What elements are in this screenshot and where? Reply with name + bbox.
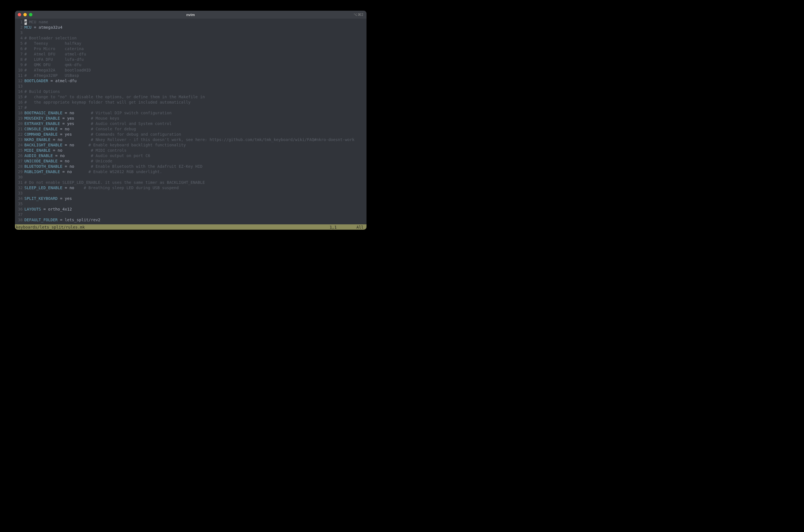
code-line[interactable]: # bbox=[24, 105, 366, 110]
line-number: 34 bbox=[15, 196, 23, 201]
line-number: 21 bbox=[15, 127, 23, 132]
line-number: 22 bbox=[15, 132, 23, 137]
line-number: 19 bbox=[15, 116, 23, 121]
line-number: 8 bbox=[15, 57, 23, 62]
code-line[interactable]: DEFAULT_FOLDER = lets_split/rev2 bbox=[24, 217, 366, 223]
line-number: 27 bbox=[15, 158, 23, 164]
code-line[interactable] bbox=[24, 191, 366, 196]
code-line[interactable]: EXTRAKEY_ENABLE = yes # Audio control an… bbox=[24, 121, 366, 127]
code-line[interactable]: NKRO_ENABLE = no # Nkey Rollover - if th… bbox=[24, 137, 366, 142]
code-line[interactable]: AUDIO_ENABLE = no # Audio output on port… bbox=[24, 153, 366, 158]
line-number: 38 bbox=[15, 217, 23, 223]
code-line[interactable]: # Teensy halfkay bbox=[24, 41, 366, 46]
traffic-lights bbox=[18, 13, 32, 16]
code-line[interactable]: SLEEP_LED_ENABLE = no # Breathing sleep … bbox=[24, 185, 366, 191]
line-number: 26 bbox=[15, 153, 23, 158]
editor-area[interactable]: 1234567891011121314151617181920212223242… bbox=[15, 19, 366, 224]
code-line[interactable]: CONSOLE_ENABLE = no # Console for debug bbox=[24, 127, 366, 132]
line-number: 35 bbox=[15, 201, 23, 207]
line-number: 1 bbox=[15, 19, 23, 25]
window-shortcut: ⌥⌘2 bbox=[353, 13, 364, 17]
line-number: 14 bbox=[15, 89, 23, 94]
line-number: 25 bbox=[15, 148, 23, 153]
maximize-icon[interactable] bbox=[29, 13, 32, 16]
line-number: 20 bbox=[15, 121, 23, 127]
cursor: # bbox=[24, 19, 27, 25]
code-line[interactable]: BOOTLOADER = atmel-dfu bbox=[24, 78, 366, 83]
terminal-window: nvim ⌥⌘2 1234567891011121314151617181920… bbox=[15, 11, 366, 230]
code-line[interactable]: MOUSEKEY_ENABLE = yes # Mouse keys bbox=[24, 116, 366, 121]
line-number: 31 bbox=[15, 180, 23, 185]
line-number: 16 bbox=[15, 100, 23, 105]
code-line[interactable]: SPLIT_KEYBOARD = yes bbox=[24, 196, 366, 201]
line-number: 3 bbox=[15, 30, 23, 36]
code-line[interactable] bbox=[24, 212, 366, 217]
line-number: 10 bbox=[15, 68, 23, 73]
line-number: 4 bbox=[15, 36, 23, 41]
titlebar: nvim ⌥⌘2 bbox=[15, 11, 366, 19]
line-number: 5 bbox=[15, 41, 23, 46]
code-line[interactable] bbox=[24, 83, 366, 89]
line-number: 2 bbox=[15, 25, 23, 30]
code-line[interactable]: RGBLIGHT_ENABLE = no # Enable WS2812 RGB… bbox=[24, 169, 366, 174]
code-line[interactable]: # Do not enable SLEEP_LED_ENABLE. it use… bbox=[24, 180, 366, 185]
line-number: 13 bbox=[15, 83, 23, 89]
line-number: 30 bbox=[15, 174, 23, 180]
status-position: 1,1 bbox=[330, 225, 337, 229]
code-line[interactable]: BOOTMAGIC_ENABLE = no # Virtual DIP swit… bbox=[24, 110, 366, 116]
code-line[interactable] bbox=[24, 30, 366, 36]
line-number: 29 bbox=[15, 169, 23, 174]
line-number: 18 bbox=[15, 110, 23, 116]
line-number: 23 bbox=[15, 137, 23, 142]
code-line[interactable]: # Build Options bbox=[24, 89, 366, 94]
code-line[interactable]: # MCU name bbox=[24, 19, 366, 25]
line-number: 32 bbox=[15, 185, 23, 191]
status-scroll: All bbox=[357, 225, 363, 229]
code-line[interactable] bbox=[24, 201, 366, 207]
close-icon[interactable] bbox=[18, 13, 21, 16]
line-number: 36 bbox=[15, 207, 23, 212]
line-number: 37 bbox=[15, 212, 23, 217]
code-line[interactable]: BLUETOOTH_ENABLE = no # Enable Bluetooth… bbox=[24, 164, 366, 169]
code-line[interactable]: # Atmel DFU atmel-dfu bbox=[24, 52, 366, 57]
line-number: 17 bbox=[15, 105, 23, 110]
code-line[interactable]: # ATmega328P USBasp bbox=[24, 73, 366, 78]
code-line[interactable]: LAYOUTS = ortho_4x12 bbox=[24, 207, 366, 212]
code-line[interactable]: # QMK DFU qmk-dfu bbox=[24, 62, 366, 68]
code-line[interactable]: # ATmega32A bootloadHID bbox=[24, 68, 366, 73]
status-bar: keyboards/lets_split/rules.mk 1,1 All bbox=[15, 224, 366, 230]
line-number: 6 bbox=[15, 46, 23, 52]
minimize-icon[interactable] bbox=[23, 13, 27, 16]
line-number-gutter: 1234567891011121314151617181920212223242… bbox=[15, 19, 24, 224]
status-filepath: keyboards/lets_split/rules.mk bbox=[16, 225, 85, 229]
window-title: nvim bbox=[15, 13, 366, 17]
code-line[interactable]: # Bootloader selection bbox=[24, 36, 366, 41]
line-number: 33 bbox=[15, 191, 23, 196]
line-number: 7 bbox=[15, 52, 23, 57]
code-line[interactable]: MIDI_ENABLE = no # MIDI controls bbox=[24, 148, 366, 153]
code-line[interactable]: # the appropriate keymap folder that wil… bbox=[24, 100, 366, 105]
line-number: 12 bbox=[15, 78, 23, 83]
code-content[interactable]: # MCU nameMCU = atmega32u4# Bootloader s… bbox=[24, 19, 366, 224]
code-line[interactable]: # change to "no" to disable the options,… bbox=[24, 94, 366, 100]
code-line[interactable]: # Pro Micro caterina bbox=[24, 46, 366, 52]
line-number: 11 bbox=[15, 73, 23, 78]
line-number: 24 bbox=[15, 142, 23, 148]
line-number: 15 bbox=[15, 94, 23, 100]
code-line[interactable]: BACKLIGHT_ENABLE = no # Enable keyboard … bbox=[24, 142, 366, 148]
code-line[interactable]: COMMAND_ENABLE = yes # Commands for debu… bbox=[24, 132, 366, 137]
code-line[interactable] bbox=[24, 174, 366, 180]
code-line[interactable]: # LUFA DFU lufa-dfu bbox=[24, 57, 366, 62]
line-number: 28 bbox=[15, 164, 23, 169]
line-number: 9 bbox=[15, 62, 23, 68]
code-line[interactable]: MCU = atmega32u4 bbox=[24, 25, 366, 30]
code-line[interactable]: UNICODE_ENABLE = no # Unicode bbox=[24, 158, 366, 164]
